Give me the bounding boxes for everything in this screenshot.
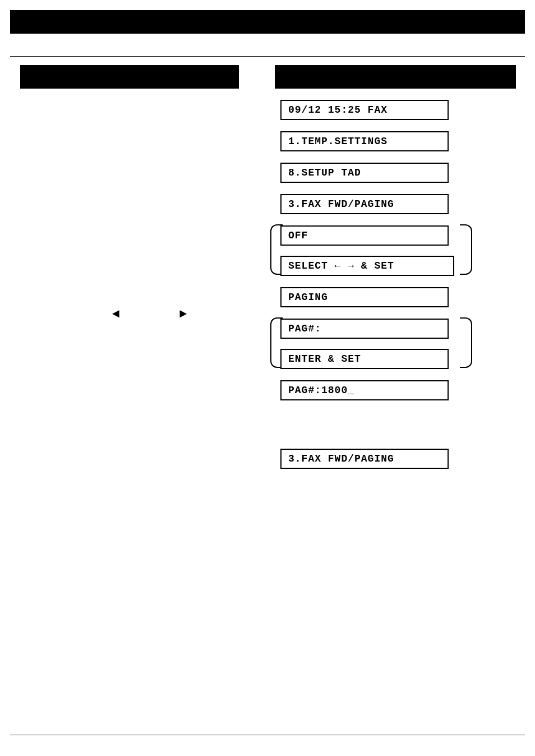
lcd-fax-fwd-paging-1: 3.FAX FWD/PAGING: [280, 194, 449, 214]
lcd-fax-fwd-paging-2: 3.FAX FWD/PAGING: [280, 449, 449, 469]
bracket-right-2: [460, 317, 472, 368]
arrow-left-icon: ◄: [112, 307, 119, 321]
lcd-temp-settings: 1.TEMP.SETTINGS: [280, 131, 449, 151]
top-banner: [10, 10, 525, 34]
lcd-enter-set: ENTER & SET: [280, 349, 449, 369]
divider-bottom: [10, 735, 525, 735]
lcd-pag-hash: PAG#:: [280, 319, 449, 339]
lcd-pag-hash-value: PAG#:1800_: [280, 380, 449, 400]
lcd-datetime-fax: 09/12 15:25 FAX: [280, 100, 449, 120]
right-panel-header: [275, 65, 516, 89]
divider-top: [10, 56, 525, 57]
lcd-off: OFF: [280, 225, 449, 246]
left-panel-header: [20, 65, 239, 89]
lcd-setup-tad: 8.SETUP TAD: [280, 163, 449, 183]
arrow-right-icon: ►: [179, 307, 187, 321]
lcd-paging: PAGING: [280, 287, 449, 307]
lcd-select-arrows: SELECT ← → & SET: [280, 256, 454, 276]
bracket-right-1: [460, 224, 472, 275]
